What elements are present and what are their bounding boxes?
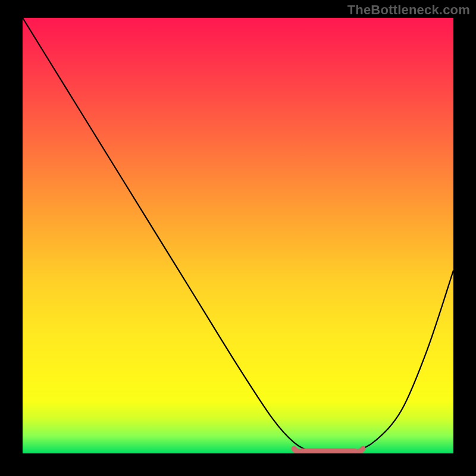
- chart-container: TheBottleneck.com: [0, 0, 476, 476]
- watermark-text: TheBottleneck.com: [347, 2, 470, 18]
- bottleneck-curve: [23, 18, 453, 453]
- plot-area: [23, 18, 453, 453]
- trough-marker: [294, 449, 363, 452]
- curve-svg: [23, 18, 453, 453]
